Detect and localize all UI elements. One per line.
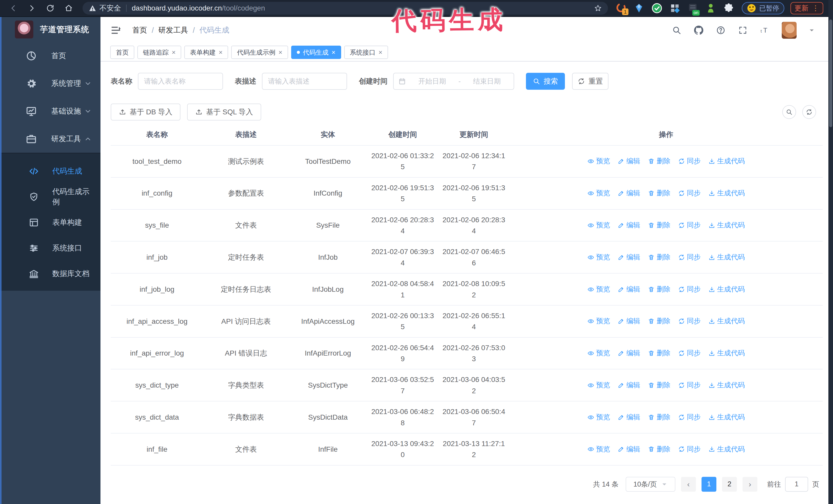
action-edit-link[interactable]: 编辑 — [618, 284, 640, 295]
action-sync-link[interactable]: 同步 — [678, 284, 701, 295]
help-icon[interactable] — [716, 25, 726, 35]
action-preview-link[interactable]: 预览 — [588, 380, 610, 391]
submenu-item-4[interactable]: 数据库文档 — [0, 261, 100, 287]
action-preview-link[interactable]: 预览 — [588, 156, 610, 167]
action-delete-link[interactable]: 删除 — [648, 316, 670, 327]
action-generate-link[interactable]: 生成代码 — [709, 380, 745, 391]
action-edit-link[interactable]: 编辑 — [618, 220, 640, 231]
action-preview-link[interactable]: 预览 — [588, 444, 610, 455]
breadcrumb-item[interactable]: 首页 — [132, 25, 147, 35]
action-delete-link[interactable]: 删除 — [648, 188, 670, 199]
prev-page-button[interactable]: ‹ — [681, 477, 696, 492]
sidebar-item-0[interactable]: 首页 — [0, 42, 100, 70]
action-edit-link[interactable]: 编辑 — [618, 252, 640, 263]
table-name-input[interactable]: 请输入表名称 — [138, 73, 223, 90]
extension-dark-icon[interactable]: on — [687, 3, 698, 14]
action-delete-link[interactable]: 删除 — [648, 348, 670, 359]
search-button[interactable]: 搜索 — [526, 73, 565, 90]
action-delete-link[interactable]: 删除 — [648, 444, 670, 455]
action-generate-link[interactable]: 生成代码 — [709, 188, 745, 199]
sidebar-item-3[interactable]: 研发工具 — [0, 125, 100, 153]
extension-check-icon[interactable] — [651, 3, 662, 14]
action-sync-link[interactable]: 同步 — [678, 220, 701, 231]
action-generate-link[interactable]: 生成代码 — [709, 284, 745, 295]
browser-forward-icon[interactable] — [27, 3, 37, 13]
action-delete-link[interactable]: 删除 — [648, 284, 670, 295]
action-preview-link[interactable]: 预览 — [588, 284, 610, 295]
date-range-picker[interactable]: 开始日期 - 结束日期 — [393, 73, 514, 90]
address-bar[interactable]: 不安全 dashboard.yudao.iocoder.cn /tool/cod… — [82, 2, 608, 15]
browser-update-button[interactable]: 更新 ⋮ — [790, 2, 823, 14]
sidebar-item-2[interactable]: 基础设施 — [0, 97, 100, 125]
action-delete-link[interactable]: 删除 — [648, 252, 670, 263]
tab-1[interactable]: 链路追踪× — [137, 46, 181, 59]
breadcrumb-item[interactable]: 研发工具 — [159, 25, 188, 35]
action-edit-link[interactable]: 编辑 — [618, 412, 640, 423]
submenu-item-3[interactable]: 系统接口 — [0, 235, 100, 261]
action-sync-link[interactable]: 同步 — [678, 380, 701, 391]
page-scrollbar[interactable] — [828, 0, 833, 504]
action-sync-link[interactable]: 同步 — [678, 412, 701, 423]
action-sync-link[interactable]: 同步 — [678, 252, 701, 263]
tab-close-icon[interactable]: × — [332, 49, 335, 56]
action-preview-link[interactable]: 预览 — [588, 412, 610, 423]
action-delete-link[interactable]: 删除 — [648, 220, 670, 231]
action-sync-link[interactable]: 同步 — [678, 156, 701, 167]
extension-gem-icon[interactable] — [634, 3, 644, 14]
avatar[interactable] — [782, 22, 796, 39]
action-preview-link[interactable]: 预览 — [588, 188, 610, 199]
refresh-table-button[interactable] — [802, 105, 816, 119]
action-delete-link[interactable]: 删除 — [648, 380, 670, 391]
scrollbar-thumb[interactable] — [829, 20, 832, 127]
action-preview-link[interactable]: 预览 — [588, 220, 610, 231]
reset-button[interactable]: 重置 — [572, 73, 609, 90]
action-sync-link[interactable]: 同步 — [678, 444, 701, 455]
table-desc-input[interactable]: 请输入表描述 — [262, 73, 347, 90]
hamburger-icon[interactable] — [110, 25, 121, 36]
logo-row[interactable]: 芋道管理系统 — [0, 17, 100, 42]
action-preview-link[interactable]: 预览 — [588, 252, 610, 263]
action-edit-link[interactable]: 编辑 — [618, 444, 640, 455]
bookmark-star-icon[interactable] — [594, 4, 602, 12]
github-icon[interactable] — [694, 25, 704, 35]
fullscreen-icon[interactable] — [738, 25, 748, 35]
tab-close-icon[interactable]: × — [172, 49, 175, 56]
action-preview-link[interactable]: 预览 — [588, 348, 610, 359]
browser-back-icon[interactable] — [8, 3, 19, 13]
toggle-search-button[interactable] — [782, 105, 796, 119]
browser-reload-icon[interactable] — [45, 3, 55, 13]
action-generate-link[interactable]: 生成代码 — [709, 444, 745, 455]
action-edit-link[interactable]: 编辑 — [618, 156, 640, 167]
submenu-item-0[interactable]: 代码生成 — [0, 159, 100, 184]
action-edit-link[interactable]: 编辑 — [618, 188, 640, 199]
action-delete-link[interactable]: 删除 — [648, 412, 670, 423]
tab-0[interactable]: 首页 — [110, 46, 134, 59]
action-generate-link[interactable]: 生成代码 — [709, 412, 745, 423]
action-generate-link[interactable]: 生成代码 — [709, 316, 745, 327]
action-sync-link[interactable]: 同步 — [678, 316, 701, 327]
tab-3[interactable]: 代码生成示例× — [231, 46, 288, 59]
action-generate-link[interactable]: 生成代码 — [709, 348, 745, 359]
action-edit-link[interactable]: 编辑 — [618, 316, 640, 327]
action-delete-link[interactable]: 删除 — [648, 156, 670, 167]
sql-import-button[interactable]: 基于 SQL 导入 — [187, 103, 261, 120]
extensions-puzzle-icon[interactable] — [723, 3, 734, 14]
sidebar-item-1[interactable]: 系统管理 — [0, 70, 100, 97]
profile-paused-pill[interactable]: 已暂停 — [742, 2, 784, 14]
action-preview-link[interactable]: 预览 — [588, 316, 610, 327]
action-sync-link[interactable]: 同步 — [678, 188, 701, 199]
action-generate-link[interactable]: 生成代码 — [709, 156, 745, 167]
action-edit-link[interactable]: 编辑 — [618, 348, 640, 359]
goto-page-input[interactable] — [785, 477, 808, 492]
next-page-button[interactable]: › — [742, 477, 757, 492]
submenu-item-2[interactable]: 表单构建 — [0, 210, 100, 235]
avatar-caret-icon[interactable] — [808, 27, 815, 33]
submenu-item-1[interactable]: 代码生成示例 — [0, 184, 100, 210]
page-button-1[interactable]: 1 — [701, 477, 716, 492]
font-size-icon[interactable]: tT — [760, 25, 770, 35]
db-import-button[interactable]: 基于 DB 导入 — [111, 103, 181, 120]
action-edit-link[interactable]: 编辑 — [618, 380, 640, 391]
browser-home-icon[interactable] — [64, 3, 74, 13]
tab-5[interactable]: 系统接口× — [344, 46, 388, 59]
tab-4[interactable]: 代码生成× — [291, 46, 341, 59]
